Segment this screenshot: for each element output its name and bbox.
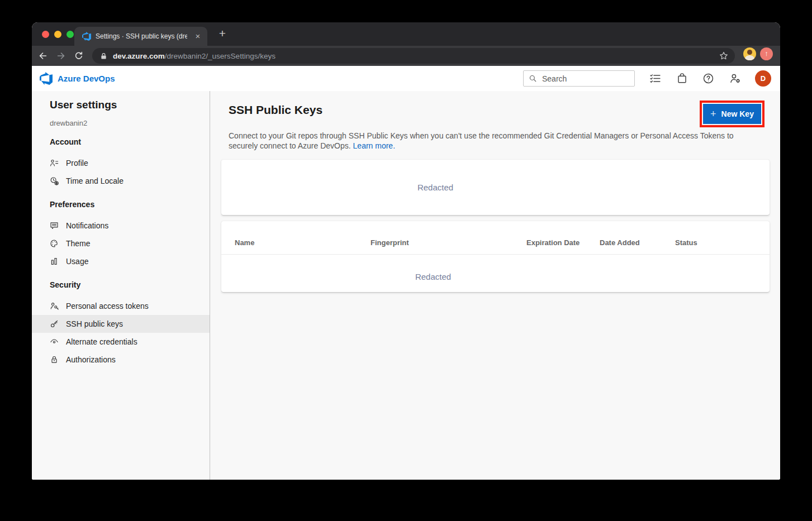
sidebar-item-theme[interactable]: Theme xyxy=(32,235,210,252)
ssh-key-icon xyxy=(50,319,59,328)
sidebar-username: drewbanin2 xyxy=(50,119,210,127)
sidebar-item-notifications[interactable]: Notifications xyxy=(32,217,210,235)
help-icon[interactable] xyxy=(702,73,714,84)
maximize-window-button[interactable] xyxy=(67,31,74,38)
new-key-button[interactable]: + New Key xyxy=(703,104,761,124)
sidebar-item-authorizations[interactable]: Authorizations xyxy=(32,351,210,369)
page-title: SSH Public Keys xyxy=(229,103,322,117)
new-key-label: New Key xyxy=(721,109,754,118)
profile-icon xyxy=(50,159,59,168)
browser-update-icon[interactable]: ↑ xyxy=(760,47,773,60)
preferences-items: Notifications Theme Usage xyxy=(32,217,210,270)
bookmark-star-icon[interactable] xyxy=(719,51,729,61)
table-header-divider xyxy=(221,254,770,255)
person-key-icon xyxy=(50,302,59,310)
browser-toolbar: dev.azure.com/drewbanin2/_usersSettings/… xyxy=(32,46,780,66)
account-avatar[interactable]: D xyxy=(755,70,771,87)
task-list-icon[interactable] xyxy=(649,73,661,84)
url-domain: dev.azure.com xyxy=(113,52,165,60)
azure-devops-logo-icon xyxy=(40,72,53,85)
new-tab-button[interactable]: + xyxy=(214,26,231,42)
marketplace-bag-icon[interactable] xyxy=(676,73,688,84)
page-description: Connect to your Git repos through SSH Pu… xyxy=(229,131,761,151)
security-items: Personal access tokens SSH public keys A… xyxy=(32,297,210,369)
notifications-icon xyxy=(50,221,59,230)
ssh-keys-empty-card: Redacted xyxy=(221,160,770,215)
content-area: User settings drewbanin2 Account Profile… xyxy=(32,91,780,480)
sidebar-item-label: Usage xyxy=(66,257,88,266)
search-box[interactable] xyxy=(523,70,635,87)
sidebar-item-label: Theme xyxy=(66,239,91,248)
tab-title: Settings · SSH public keys (dre xyxy=(96,27,187,46)
sidebar-item-time-and-locale[interactable]: Time and Locale xyxy=(32,172,210,190)
sidebar-item-label: Notifications xyxy=(66,221,108,230)
traffic-lights xyxy=(42,31,74,38)
column-header-date-added: Date Added xyxy=(600,238,640,247)
search-input[interactable] xyxy=(542,74,629,83)
ssh-keys-table-card: Name Fingerprint Expiration Date Date Ad… xyxy=(221,221,770,292)
theme-palette-icon xyxy=(50,239,59,248)
browser-window: Settings · SSH public keys (dre × + dev.… xyxy=(32,22,780,480)
learn-more-link[interactable]: Learn more. xyxy=(353,141,395,150)
sidebar-item-alternate-credentials[interactable]: Alternate credentials xyxy=(32,333,210,351)
user-settings-icon[interactable] xyxy=(729,73,741,84)
annotation-highlight-box: + New Key xyxy=(700,101,764,127)
avatar-head xyxy=(747,50,752,55)
lock-shield-icon xyxy=(50,355,59,364)
browser-tab[interactable]: Settings · SSH public keys (dre × xyxy=(74,27,207,46)
browser-profile-avatar[interactable] xyxy=(743,47,756,60)
settings-sidebar: User settings drewbanin2 Account Profile… xyxy=(32,91,210,480)
section-security: Security xyxy=(50,280,210,289)
sidebar-title: User settings xyxy=(50,99,210,111)
lock-icon xyxy=(100,52,107,60)
sidebar-item-label: SSH public keys xyxy=(66,319,123,328)
close-window-button[interactable] xyxy=(42,31,49,38)
tab-strip: Settings · SSH public keys (dre × + xyxy=(32,22,780,46)
main-panel: SSH Public Keys + New Key Connect to you… xyxy=(211,91,780,480)
redacted-row-text: Redacted xyxy=(415,272,451,281)
description-text: Connect to your Git repos through SSH Pu… xyxy=(229,131,734,150)
account-items: Profile Time and Locale xyxy=(32,154,210,190)
sidebar-item-label: Authorizations xyxy=(66,355,116,364)
forward-icon[interactable] xyxy=(53,48,69,64)
sidebar-item-usage[interactable]: Usage xyxy=(32,252,210,270)
sidebar-item-label: Alternate credentials xyxy=(66,337,137,346)
sidebar-item-label: Time and Locale xyxy=(66,176,124,185)
tab-close-icon[interactable]: × xyxy=(193,31,203,41)
reload-icon[interactable] xyxy=(71,48,87,64)
eye-icon xyxy=(50,337,59,346)
back-icon[interactable] xyxy=(35,48,51,64)
column-header-expiration-date: Expiration Date xyxy=(526,238,580,247)
sidebar-item-ssh-public-keys[interactable]: SSH public keys xyxy=(32,315,210,333)
usage-chart-icon xyxy=(50,257,59,266)
app-header: Azure DevOps D xyxy=(32,66,780,91)
minimize-window-button[interactable] xyxy=(54,31,61,38)
sidebar-item-label: Personal access tokens xyxy=(66,302,149,310)
sidebar-item-label: Profile xyxy=(66,159,88,168)
sidebar-item-profile[interactable]: Profile xyxy=(32,154,210,172)
brand-name: Azure DevOps xyxy=(58,74,115,83)
column-header-name: Name xyxy=(235,238,254,247)
plus-icon: + xyxy=(710,109,716,119)
section-preferences: Preferences xyxy=(50,200,210,209)
sidebar-item-personal-access-tokens[interactable]: Personal access tokens xyxy=(32,297,210,315)
redacted-text: Redacted xyxy=(417,183,453,192)
search-icon xyxy=(529,74,537,83)
azure-devops-favicon xyxy=(82,32,91,41)
column-header-status: Status xyxy=(675,238,697,247)
url-text: dev.azure.com/drewbanin2/_usersSettings/… xyxy=(113,52,276,60)
time-locale-icon xyxy=(50,176,59,185)
url-path: /drewbanin2/_usersSettings/keys xyxy=(165,52,276,60)
azure-devops-home-link[interactable]: Azure DevOps xyxy=(40,66,115,91)
column-header-fingerprint: Fingerprint xyxy=(371,238,409,247)
section-account: Account xyxy=(50,137,210,146)
address-bar[interactable]: dev.azure.com/drewbanin2/_usersSettings/… xyxy=(92,48,735,64)
